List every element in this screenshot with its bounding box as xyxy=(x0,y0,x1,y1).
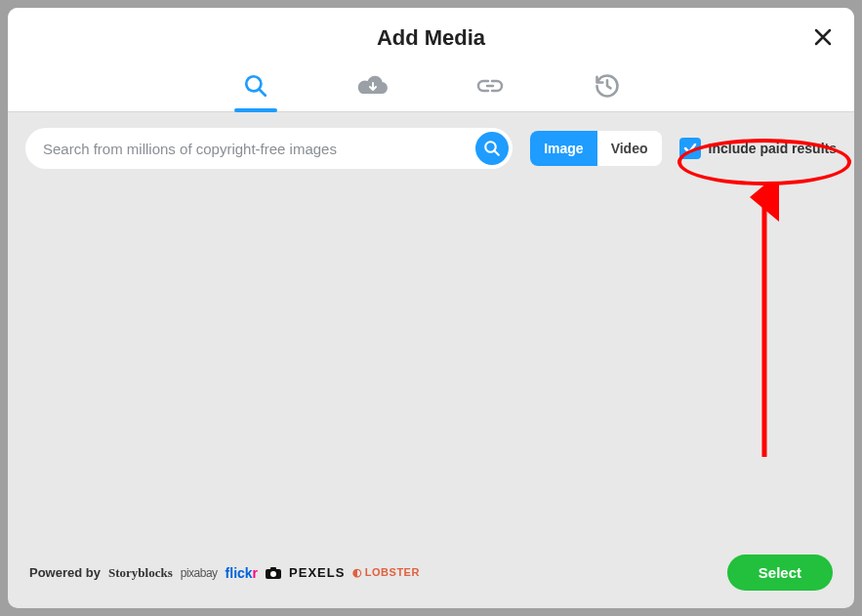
close-icon xyxy=(814,28,832,46)
tab-history[interactable] xyxy=(588,61,627,111)
powered-by: Powered by Storyblocks pixabay flickr PE… xyxy=(29,565,420,581)
footer: Powered by Storyblocks pixabay flickr PE… xyxy=(8,543,854,608)
close-button[interactable] xyxy=(809,23,837,51)
svg-point-4 xyxy=(270,571,276,577)
svg-rect-3 xyxy=(270,567,276,570)
brand-lobster: LOBSTER xyxy=(352,566,420,579)
history-icon xyxy=(594,72,621,100)
modal-title: Add Media xyxy=(8,8,854,61)
brand-flickr: flickr xyxy=(226,565,258,581)
add-media-modal: Add Media Image xyxy=(8,8,854,608)
tab-link[interactable] xyxy=(471,61,510,111)
search-input[interactable] xyxy=(25,128,513,169)
modal-header: Add Media xyxy=(8,8,854,112)
link-icon xyxy=(475,78,505,94)
tab-upload[interactable] xyxy=(353,61,392,111)
search-icon xyxy=(483,140,501,157)
include-paid-checkbox[interactable]: Include paid results xyxy=(679,138,837,159)
checkbox-label: Include paid results xyxy=(709,141,837,156)
brand-pixabay: pixabay xyxy=(181,566,218,580)
powered-label: Powered by xyxy=(29,565,101,580)
cloud-download-icon xyxy=(355,73,390,99)
controls-row: Image Video Include paid results xyxy=(8,112,854,185)
search-wrap xyxy=(25,128,513,169)
results-area xyxy=(8,185,854,543)
toggle-image[interactable]: Image xyxy=(530,131,596,166)
brand-pexels: PEXELS xyxy=(289,565,345,580)
tab-search[interactable] xyxy=(236,61,275,111)
search-button[interactable] xyxy=(475,132,509,165)
checkbox-box xyxy=(679,138,701,159)
brand-storyblocks: Storyblocks xyxy=(108,565,173,581)
toggle-video[interactable]: Video xyxy=(597,131,662,166)
checkmark-icon xyxy=(683,142,697,155)
media-type-toggle: Image Video xyxy=(530,131,661,166)
select-button[interactable]: Select xyxy=(727,554,833,591)
search-icon xyxy=(243,73,268,99)
tabs-row xyxy=(8,61,854,111)
camera-icon xyxy=(266,567,281,579)
